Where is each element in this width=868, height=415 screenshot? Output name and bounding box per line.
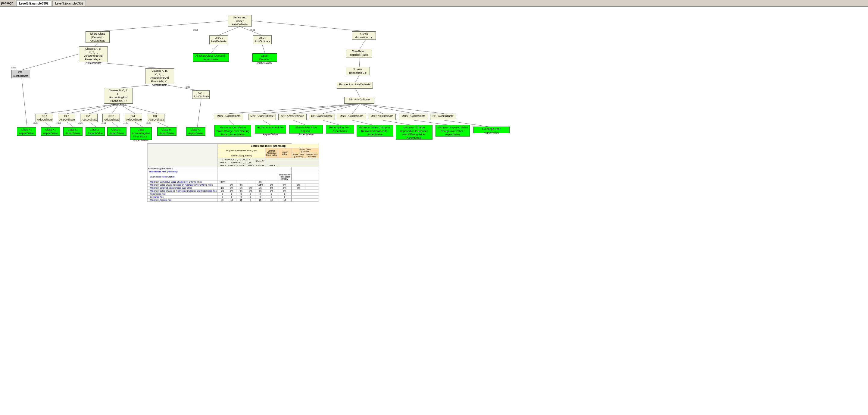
node-prospectus[interactable]: Prospectus : AxisOrdinate [337,82,373,89]
node-cr[interactable]: CR :AxisOrdinate [11,70,30,78]
svg-line-3 [211,44,218,53]
tab-1[interactable]: Level3:Example0302 [16,1,51,6]
lehman-header: LehmanAggregateBond Index [265,148,278,158]
node-mcs[interactable]: MCS : AxisOrdinate [214,114,243,120]
row6-x: 0 [265,196,278,199]
node-series-index[interactable]: Series andIndex :AxisOrdinate [228,15,252,27]
row3-a: 1% [218,186,227,189]
node-ef[interactable]: EF : AxisOrdinate [430,114,456,120]
row4-a: 0% [218,189,227,192]
svg-line-10 [263,104,360,114]
node-class-z[interactable]: Class Z :AspectValue [86,127,105,136]
row6-a: 0 [218,196,227,199]
node-msc[interactable]: MSC : AxisOrdinate [337,114,366,120]
col-classC: Class C [237,164,246,167]
row4-z: 0% [246,189,255,192]
shareclass-domain2-header: Share Class [Domain] [218,153,265,158]
node-cx[interactable]: CX :AxisOrdinate [35,114,53,122]
prospectus-header [148,144,218,167]
node-classes-bczl[interactable]: Classes B, C, Z,L,AccountingAndFinancial… [104,88,133,104]
node-classes-abczl1[interactable]: Classes A, B,C, Z, L,AccountingAndFinanc… [79,47,108,62]
dryden-header: Dryden Total Bond Fund, Inc [218,148,265,153]
node-maxaccount[interactable]: Maximum Account Fee :AspectValue [255,125,286,134]
node-riskreturn[interactable]: Risk-Returninstance : Table [346,49,372,58]
svg-line-40 [67,122,74,127]
node-lipper-domain[interactable]: Lipper[Domain] :AspectValue [252,53,277,62]
node-shareholder-price[interactable]: Shareholder Price Caption :AspectValue [289,125,323,134]
node-maf[interactable]: MAF : AxisOrdinate [248,114,276,120]
node-maxsales[interactable]: Maximum Sales Charge onReinvested Divide… [356,125,393,137]
classes-bczlm-col: Classes B, C, Z, L, M [227,161,255,164]
package-label: package [1,1,13,5]
shareholder-abstract-label: Shareholder Fees [Abstract]: [148,170,218,173]
row3-c: 1% [237,186,246,189]
node-sfc[interactable]: SFC : AxisOrdinate [278,114,307,120]
node-classes-abczl2[interactable]: Classes A, B,C, Z, L,AccountingAndFinanc… [145,68,174,84]
svg-line-25 [98,21,228,31]
row3-x: 6% [265,186,278,189]
row1-b [227,180,237,183]
connector-lines [0,7,868,415]
row2-r2: 0% [291,183,305,186]
edge-label-child4: child [186,86,190,88]
node-yaxis[interactable]: Y : Axisdisposition = y [352,31,376,40]
svg-line-38 [22,78,27,127]
node-redemption[interactable]: Redemption Fee :AspectValue [326,125,354,134]
node-exchange[interactable]: Exchange Fee : AspectValue [473,126,509,133]
row3-label: Maximum Deferred Sales Charge over Other [148,186,218,189]
svg-line-0 [218,27,240,35]
empty-row2 [218,170,319,173]
node-all-shareclass[interactable]: All ShareClass [Domain] :AspectValue [193,53,229,62]
row2-z [246,183,255,186]
node-ca[interactable]: CA :AxisOrdinate [192,90,210,99]
svg-line-43 [135,122,143,127]
node-shareclass-domain[interactable]: Share Class[Domain] :AxisOrdinate [86,31,110,43]
node-mci[interactable]: MCI : AxisOrdinate [368,114,396,120]
svg-line-15 [360,104,414,114]
tab-2[interactable]: Level3:Example0302 [53,1,86,6]
node-maxcum[interactable]: Maximum CumulativeSales Charge over Offe… [214,125,251,137]
row6-m: 0 [255,196,265,199]
diagram-area: child child child child child child chil… [0,7,868,415]
row1-x [265,180,278,183]
node-cc[interactable]: CC :AxisOrdinate [102,114,120,122]
row6-label: Exchange Fee [148,196,218,199]
prospectus-lineitems-label: Prospectus [Line Items]: [148,167,218,170]
node-maxcharge[interactable]: Maximum ChargeImposed on Purchasesover O… [396,125,433,140]
node-mds[interactable]: MDS : AxisOrdinate [399,114,428,120]
row7-r1: 15 [278,199,291,202]
node-sf[interactable]: SF : AxisOrdinate [344,97,374,104]
node-cb2[interactable]: CB :AxisOrdinate [147,114,164,122]
row7-a: 15 [218,199,227,202]
row5-z: 0 [246,192,255,196]
node-cl[interactable]: CL :AxisOrdinate [58,114,75,122]
node-xaxis[interactable]: X : Axisdisposition = x [346,67,370,75]
svg-line-5 [360,40,365,49]
node-class-b[interactable]: Class B :AspectValue [157,127,177,136]
node-maxinterest[interactable]: Maximum Imposed SalesCharge over Other :… [435,125,470,137]
row4-x: 0% [265,189,278,192]
node-cm[interactable]: CM :AxisOrdinate [125,114,142,122]
node-class-a[interactable]: Class A :AspectValue [186,127,206,136]
svg-line-27 [95,62,161,68]
node-class-r[interactable]: Class R :AspectValue [17,127,36,136]
node-re[interactable]: RE : AxisOrdinate [309,114,335,120]
node-cz[interactable]: CZ :AxisOrdinate [80,114,98,122]
classes-abczlmx-header: Classes A, B, C, Z, L, M, X, R [218,158,255,161]
node-lisc[interactable]: LISC :AxisOrdinate [253,35,272,44]
node-class-l[interactable]: Class L :AspectValue [63,127,83,136]
row6-b: 0 [227,196,237,199]
node-lesc[interactable]: LeSC :AxisOrdinate [209,35,228,44]
row6-z: 0 [246,196,255,199]
empty-row [218,167,319,170]
row4-empty [291,189,319,192]
svg-line-11 [293,104,360,114]
row4-b: 0% [227,189,237,192]
col-classX: Class X [265,164,278,167]
node-class-x[interactable]: Class X :AspectValue [41,127,60,136]
node-class-acct[interactable]: ClassAccountingAndFinancials2 :AspectVal… [130,127,152,140]
node-class-c[interactable]: Class C :AspectValue [107,127,126,136]
shareclass-col1: Share Class[Domain] [291,153,305,158]
shareholder-paid-val: ShareholderFees (paiddirectly [278,173,291,180]
svg-line-14 [360,104,383,114]
